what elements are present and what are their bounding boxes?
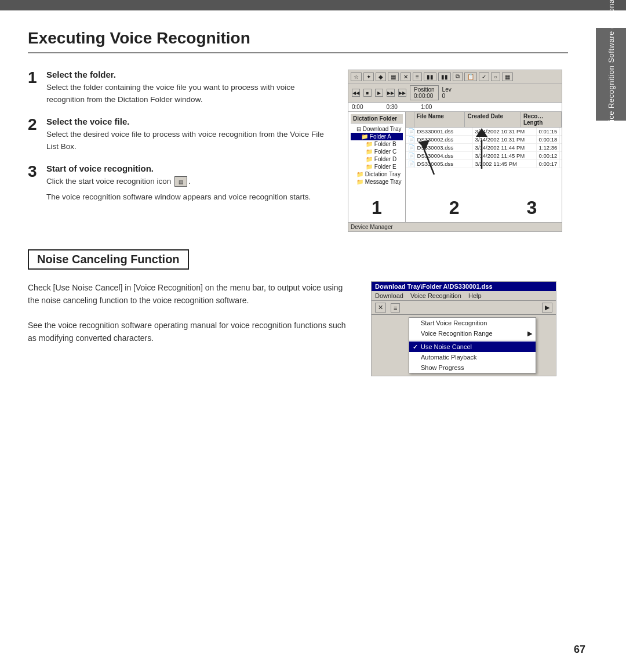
arrow-2 <box>464 128 499 175</box>
scr2-toolbar2: ✕ ≡ ▶ <box>372 301 556 315</box>
col-icon <box>406 112 414 127</box>
check-mark: ✓ <box>413 343 418 351</box>
arrow-1 <box>417 134 452 180</box>
scr-toolbar: ☆ ✦ ◆ ▦ ✕ ≡ ▮▮ ▮▮ ⧉ 📋 ✓ ○ ▦ <box>348 70 562 83</box>
screenshot-top-col: ☆ ✦ ◆ ▦ ✕ ≡ ▮▮ ▮▮ ⧉ 📋 ✓ ○ ▦ ◀◀ ■ <box>348 70 568 232</box>
file-length-1: 0:01:15 <box>537 128 561 135</box>
toolbar-btn-2: ✦ <box>363 72 374 81</box>
main-content: Executing Voice Recognition 1 Select the… <box>0 10 596 399</box>
col-name: File Name <box>414 112 465 127</box>
step-1-content: Select the folder. Select the folder con… <box>46 70 334 106</box>
toolbar-btn-check: ✓ <box>479 72 489 81</box>
step-3-title: Start of voice recognition. <box>46 164 311 173</box>
dropdown-item-auto-playback: Automatic Playback <box>409 352 536 362</box>
scr2-menubar: Download Voice Recognition Help <box>372 291 556 301</box>
step-2-body: Select the desired voice file to process… <box>46 129 334 153</box>
step-1: 1 Select the folder. Select the folder c… <box>28 70 334 106</box>
toolbar-btn-grid: ▦ <box>502 72 513 81</box>
voice-recognition-icon: ▤ <box>174 176 187 187</box>
step-1-body: Select the folder containing the voice f… <box>46 82 334 106</box>
toolbar-btn-circle: ○ <box>491 72 500 81</box>
dropdown-item-progress: Show Progress <box>409 362 536 373</box>
folder-b: 📁 Folder B <box>351 140 403 148</box>
folder-download-tray: ⊟ Download Tray <box>351 125 403 133</box>
scr-timebar: 0:00 0:30 1:00 <box>348 103 562 112</box>
file-icon-5: 📄 <box>406 160 415 168</box>
toolbar-btn-paste: 📋 <box>464 72 477 81</box>
dropdown-divider-1 <box>409 340 536 340</box>
svg-marker-3 <box>476 128 487 137</box>
col-date: Created Date <box>465 112 521 127</box>
noise-body: Check [Use Noise Cancel] in [Voice Recog… <box>28 281 568 376</box>
file-length-5: 0:00:17 <box>537 160 561 168</box>
step-3-content: Start of voice recognition. Click the st… <box>46 164 311 204</box>
scr-playbar: ◀◀ ■ ▶ ▶▶ ▶▶ Position0:00:00 Lev0 <box>348 83 562 103</box>
scr-label-1: 1 <box>372 197 382 219</box>
folder-d: 📁 Folder D <box>351 155 403 163</box>
noise-text-2: See the voice recognition software opera… <box>28 319 354 345</box>
step-3-number: 3 <box>28 164 41 204</box>
noise-section: Noise Canceling Function Check [Use Nois… <box>28 249 568 376</box>
menu-download: Download <box>375 292 403 299</box>
scr2-btn-right: ▶ <box>542 303 552 313</box>
position-display: Position0:00:00 <box>410 85 439 100</box>
scr-status-bar: Device Manager <box>348 222 562 231</box>
btn-ff: ▶▶ <box>387 89 395 97</box>
toolbar-btn-6: ▮▮ <box>424 72 436 81</box>
step-2-title: Select the voice file. <box>46 117 334 126</box>
scr-label-3: 3 <box>527 197 537 219</box>
toolbar-btn-5: ≡ <box>413 72 422 81</box>
scr-file-header: File Name Created Date Reco… Length <box>406 112 562 128</box>
btn-fff: ▶▶ <box>398 89 406 97</box>
col-length: Reco… Length <box>521 112 562 127</box>
btn-play: ▶ <box>375 89 383 97</box>
toolbar-btn-copy: ⧉ <box>453 72 463 81</box>
scr2-titlebar: Download Tray\Folder A\DS330001.dss <box>372 282 556 291</box>
scr2-btn-x: ✕ <box>375 303 386 313</box>
screenshot-step-labels: 1 2 3 <box>372 197 537 219</box>
instructions-col: 1 Select the folder. Select the folder c… <box>28 70 334 232</box>
noise-text-col: Check [Use Noise Cancel] in [Voice Recog… <box>28 281 354 376</box>
step-1-number: 1 <box>28 70 41 106</box>
step-3: 3 Start of voice recognition. Click the … <box>28 164 334 204</box>
toolbar-btn-x: ✕ <box>401 72 411 81</box>
step-2: 2 Select the voice file. Select the desi… <box>28 117 334 153</box>
top-bar <box>0 0 626 10</box>
step-2-content: Select the voice file. Select the desire… <box>46 117 334 153</box>
file-length-4: 0:00:12 <box>537 152 561 159</box>
screenshot-top: ☆ ✦ ◆ ▦ ✕ ≡ ▮▮ ▮▮ ⧉ 📋 ✓ ○ ▦ ◀◀ ■ <box>348 70 562 232</box>
step-3-body2: The voice recognition software window ap… <box>46 191 311 204</box>
scr2-btn-list: ≡ <box>391 303 400 313</box>
sidebar-accent: Using Voice Recognition Software (option… <box>596 28 626 121</box>
dropdown-item-noise-cancel: ✓ Use Noise Cancel <box>409 342 536 352</box>
scr2-dropdown-container: Start Voice Recognition Voice Recognitio… <box>372 315 556 376</box>
step-2-number: 2 <box>28 117 41 153</box>
right-sidebar: Using Voice Recognition Software (option… <box>596 10 626 672</box>
noise-title: Noise Canceling Function <box>28 249 189 270</box>
folder-c: 📁 Folder C <box>351 148 403 155</box>
dropdown-item-range: Voice Recognition Range ▶ <box>409 328 536 339</box>
scr-label-2: 2 <box>449 197 460 219</box>
page-title: Executing Voice Recognition <box>28 29 568 53</box>
step-3-body: Click the start voice recognition icon ▤… <box>46 176 311 188</box>
toolbar-btn-3: ◆ <box>376 72 386 81</box>
btn-rewind: ◀◀ <box>352 89 360 97</box>
file-icon-1: 📄 <box>406 128 415 135</box>
noise-text-1: Check [Use Noise Cancel] in [Voice Recog… <box>28 281 354 307</box>
toolbar-btn-1: ☆ <box>351 72 362 81</box>
page-number: 67 <box>574 644 585 656</box>
toolbar-btn-7: ▮▮ <box>438 72 451 81</box>
file-icon-2: 📄 <box>406 136 415 143</box>
folder-message-tray: 📁 Message Tray <box>351 178 403 186</box>
time-100: 1:00 <box>421 104 432 110</box>
file-icon-4: 📄 <box>406 152 415 159</box>
top-section: 1 Select the folder. Select the folder c… <box>28 70 568 232</box>
svg-line-0 <box>423 146 434 175</box>
sidebar-label: Using Voice Recognition Software (option… <box>607 0 616 154</box>
file-length-2: 0:00:18 <box>537 136 561 143</box>
folder-a: 📁 Folder A <box>351 133 403 140</box>
screenshot-bottom: Download Tray\Folder A\DS330001.dss Down… <box>371 281 556 376</box>
dropdown-item-start: Start Voice Recognition <box>409 318 536 328</box>
menu-help: Help <box>468 292 482 299</box>
menu-voice-recognition: Voice Recognition <box>410 292 461 299</box>
